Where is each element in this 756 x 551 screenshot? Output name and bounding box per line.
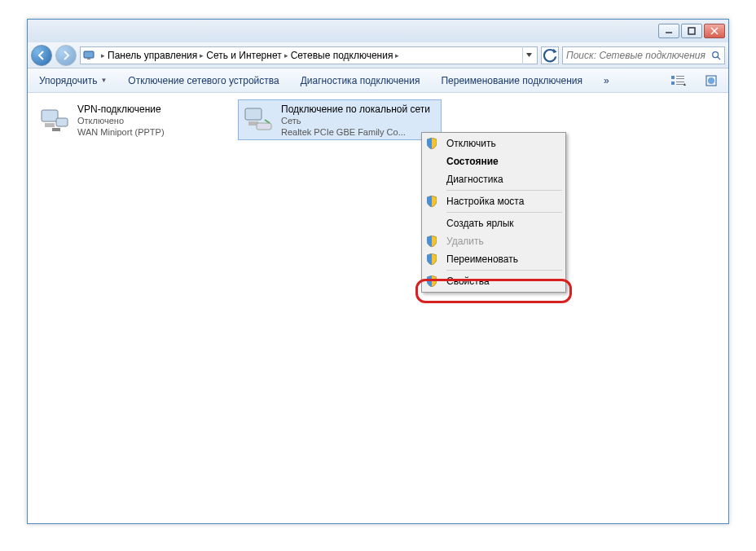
svg-rect-10	[671, 76, 675, 79]
connection-name: VPN-подключение	[77, 104, 165, 116]
disable-device-button[interactable]: Отключение сетевого устройства	[123, 73, 284, 89]
svg-point-8	[713, 51, 719, 57]
menu-item-переименовать[interactable]: Переименовать	[424, 250, 564, 268]
menu-item-диагностика[interactable]: Диагностика	[424, 170, 564, 188]
close-button[interactable]	[704, 24, 725, 38]
connection-status: Сеть	[281, 116, 430, 127]
menu-separator	[446, 270, 562, 271]
svg-point-18	[708, 77, 714, 84]
menu-item-label: Настройка моста	[446, 196, 524, 207]
menu-item-создать-ярлык[interactable]: Создать ярлык	[424, 214, 564, 232]
organize-button[interactable]: Упорядочить▼	[34, 73, 112, 89]
shield-icon	[427, 138, 437, 149]
menu-item-удалить: Удалить	[424, 232, 564, 250]
shield-icon	[427, 236, 437, 247]
menu-separator	[446, 212, 562, 213]
breadcrumb-item[interactable]: Сетевые подключения	[291, 47, 393, 64]
search-input[interactable]	[566, 50, 711, 61]
maximize-button[interactable]	[681, 24, 702, 38]
svg-rect-20	[45, 123, 55, 127]
connection-item[interactable]: Подключение по локальной сети Сеть Realt…	[238, 99, 442, 140]
svg-rect-21	[56, 118, 68, 126]
breadcrumb[interactable]: ▸ Панель управления ▸ Сеть и Интернет ▸ …	[80, 46, 538, 64]
shield-icon	[427, 196, 437, 207]
diagnose-button[interactable]: Диагностика подключения	[296, 73, 425, 89]
navbar: ▸ Панель управления ▸ Сеть и Интернет ▸ …	[28, 42, 728, 68]
connection-device: WAN Miniport (PPTP)	[77, 127, 165, 139]
connection-name: Подключение по локальной сети	[281, 104, 430, 116]
minimize-button[interactable]	[658, 24, 679, 38]
svg-rect-4	[84, 51, 94, 58]
svg-line-9	[718, 56, 720, 59]
chevron-right-icon: ▸	[393, 51, 402, 60]
chevron-right-icon: ▸	[282, 51, 291, 60]
breadcrumb-item[interactable]: Панель управления	[108, 47, 197, 64]
shield-icon	[427, 276, 437, 287]
toolbar: Упорядочить▼ Отключение сетевого устройс…	[28, 68, 728, 93]
back-button[interactable]	[31, 45, 52, 66]
menu-item-label: Переименовать	[446, 253, 518, 265]
menu-separator	[446, 190, 562, 191]
address-dropdown[interactable]	[522, 46, 535, 64]
svg-rect-12	[676, 78, 684, 79]
search-icon	[711, 51, 721, 60]
help-button[interactable]	[701, 72, 722, 90]
svg-marker-7	[553, 48, 556, 53]
svg-line-26	[265, 120, 270, 123]
titlebar	[28, 20, 728, 42]
vpn-connection-icon	[38, 104, 71, 136]
view-options-button[interactable]	[668, 72, 689, 90]
svg-rect-23	[245, 108, 262, 120]
toolbar-overflow[interactable]: »	[599, 73, 614, 89]
menu-item-состояние[interactable]: Состояние	[424, 152, 564, 170]
menu-item-label: Отключить	[446, 138, 496, 149]
search-box[interactable]	[562, 46, 725, 64]
menu-item-свойства[interactable]: Свойства	[424, 272, 564, 290]
svg-rect-1	[688, 28, 695, 34]
svg-rect-5	[87, 58, 90, 60]
lan-connection-icon	[242, 104, 275, 136]
svg-rect-22	[52, 128, 60, 131]
svg-rect-19	[42, 110, 58, 121]
menu-item-label: Свойства	[446, 276, 490, 287]
menu-item-отключить[interactable]: Отключить	[424, 134, 564, 152]
content-pane: VPN-подключение Отключено WAN Miniport (…	[28, 93, 728, 523]
menu-item-label: Диагностика	[446, 174, 503, 185]
shield-icon	[427, 253, 437, 265]
svg-rect-25	[257, 123, 271, 130]
svg-rect-15	[676, 84, 684, 85]
svg-marker-6	[526, 53, 532, 57]
connection-status: Отключено	[77, 116, 165, 127]
breadcrumb-item[interactable]: Сеть и Интернет	[206, 47, 281, 64]
menu-item-label: Создать ярлык	[446, 218, 514, 229]
rename-connection-button[interactable]: Переименование подключения	[436, 73, 587, 89]
svg-rect-14	[676, 82, 684, 82]
refresh-button[interactable]	[541, 46, 559, 64]
connection-device: Realtek PCIe GBE Family Co...	[281, 127, 430, 139]
chevron-right-icon: ▸	[99, 51, 108, 60]
network-icon	[82, 49, 95, 62]
svg-rect-13	[671, 82, 675, 85]
explorer-window: ▸ Панель управления ▸ Сеть и Интернет ▸ …	[27, 19, 729, 524]
menu-item-label: Удалить	[446, 236, 484, 247]
context-menu: ОтключитьСостояниеДиагностикаНастройка м…	[421, 132, 566, 293]
chevron-right-icon: ▸	[197, 51, 206, 60]
svg-rect-11	[676, 76, 684, 77]
connection-item[interactable]: VPN-подключение Отключено WAN Miniport (…	[34, 99, 238, 140]
forward-button[interactable]	[55, 45, 77, 66]
menu-item-настройка-моста[interactable]: Настройка моста	[424, 192, 564, 210]
menu-item-label: Состояние	[446, 156, 499, 167]
